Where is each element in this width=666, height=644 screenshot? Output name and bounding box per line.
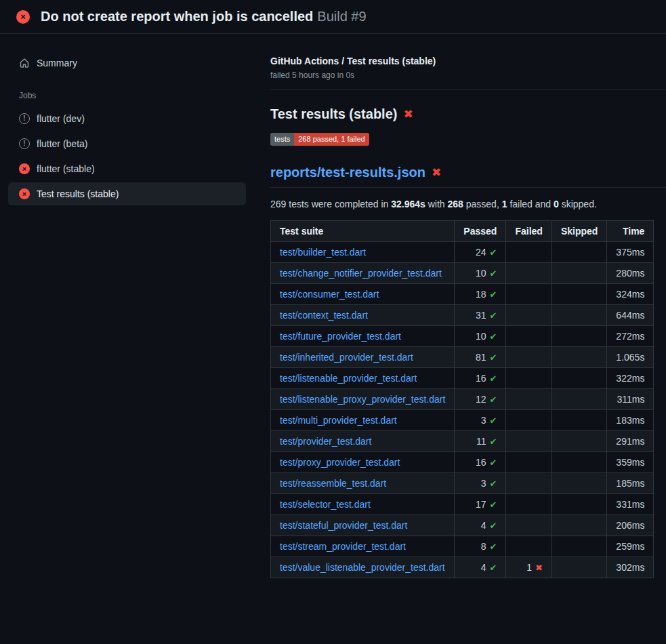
passed-cell: 31✔ xyxy=(455,305,506,326)
sidebar-item-test-results-stable[interactable]: ×Test results (stable) xyxy=(8,182,246,205)
col-header-passed: Passed xyxy=(455,221,506,242)
failed-cell xyxy=(506,494,551,515)
summary-suffix: skipped. xyxy=(559,199,597,209)
failed-cell xyxy=(506,410,551,431)
report-file-link[interactable]: reports/test-results.json xyxy=(270,165,425,180)
skipped-cell xyxy=(551,473,606,494)
table-row: test/provider_test.dart11✔291ms xyxy=(271,431,654,452)
job-label: flutter (beta) xyxy=(37,138,87,149)
skipped-cell xyxy=(551,368,606,389)
suite-cell: test/reassemble_test.dart xyxy=(271,473,455,494)
page-title: Do not create report when job is cancell… xyxy=(41,9,367,24)
time-cell: 375ms xyxy=(607,242,654,263)
skipped-cell xyxy=(551,515,606,536)
passed-cell: 10✔ xyxy=(455,263,506,284)
table-row: test/multi_provider_test.dart3✔183ms xyxy=(271,410,654,431)
sidebar: Summary Jobs !flutter (dev)!flutter (bet… xyxy=(0,34,254,224)
failed-cell xyxy=(506,431,551,452)
passed-cell: 4✔ xyxy=(455,557,506,578)
table-row: test/stateful_provider_test.dart4✔206ms xyxy=(271,515,654,536)
breadcrumb: GitHub Actions / Test results (stable) xyxy=(270,56,666,66)
summary-skipped-count: 0 xyxy=(554,199,559,209)
time-cell: 272ms xyxy=(607,326,654,347)
skipped-cell xyxy=(551,494,606,515)
table-row: test/future_provider_test.dart10✔272ms xyxy=(271,326,654,347)
suite-cell: test/proxy_provider_test.dart xyxy=(271,452,455,473)
check-icon: ✔ xyxy=(490,500,497,510)
sidebar-item-flutter-dev[interactable]: !flutter (dev) xyxy=(8,107,246,130)
check-icon: ✔ xyxy=(490,416,497,426)
table-row: test/listenable_provider_test.dart16✔322… xyxy=(271,368,654,389)
check-title-text: Test results (stable) xyxy=(270,106,397,122)
time-cell: 280ms xyxy=(607,263,654,284)
time-cell: 291ms xyxy=(607,431,654,452)
x-icon: ✖ xyxy=(535,563,543,573)
suite-cell: test/multi_provider_test.dart xyxy=(271,410,455,431)
failed-cell xyxy=(506,305,551,326)
suite-link[interactable]: test/proxy_provider_test.dart xyxy=(280,457,400,468)
suite-cell: test/context_test.dart xyxy=(271,305,455,326)
sidebar-item-flutter-beta[interactable]: !flutter (beta) xyxy=(8,132,246,155)
passed-cell: 16✔ xyxy=(455,452,506,473)
suite-link[interactable]: test/stream_provider_test.dart xyxy=(280,541,406,552)
failed-cell xyxy=(506,242,551,263)
skipped-cell xyxy=(551,452,606,473)
sidebar-item-summary[interactable]: Summary xyxy=(8,52,246,75)
skipped-cell xyxy=(551,536,606,557)
time-cell: 311ms xyxy=(607,389,654,410)
check-icon: ✔ xyxy=(490,479,497,489)
table-row: test/selector_test.dart17✔331ms xyxy=(271,494,654,515)
table-row: test/change_notifier_provider_test.dart1… xyxy=(271,263,654,284)
check-icon: ✔ xyxy=(490,563,497,573)
passed-cell: 3✔ xyxy=(455,473,506,494)
check-icon: ✔ xyxy=(490,521,497,531)
suite-link[interactable]: test/builder_test.dart xyxy=(280,247,366,258)
table-row: test/value_listenable_provider_test.dart… xyxy=(271,557,654,578)
suite-link[interactable]: test/selector_test.dart xyxy=(280,499,371,510)
suite-link[interactable]: test/value_listenable_provider_test.dart xyxy=(280,562,445,573)
time-cell: 1.065s xyxy=(607,347,654,368)
summary-mid3: failed and xyxy=(507,199,554,209)
skipped-cell xyxy=(551,263,606,284)
check-icon: ✔ xyxy=(490,542,497,552)
summary-label: Summary xyxy=(37,58,77,68)
suite-link[interactable]: test/reassemble_test.dart xyxy=(280,478,386,489)
sidebar-item-flutter-stable[interactable]: ×flutter (stable) xyxy=(8,157,246,180)
check-icon: ✔ xyxy=(490,458,497,468)
check-title: Test results (stable) ✖ xyxy=(270,106,666,122)
check-icon: ✔ xyxy=(490,268,497,279)
suite-link[interactable]: test/change_notifier_provider_test.dart xyxy=(280,268,442,279)
summary-line: 269 tests were completed in 32.964s with… xyxy=(270,199,654,209)
suite-link[interactable]: test/inherited_provider_test.dart xyxy=(280,352,413,363)
divider xyxy=(270,89,666,90)
skipped-cell xyxy=(551,326,606,347)
suite-link[interactable]: test/future_provider_test.dart xyxy=(280,331,401,342)
summary-failed-count: 1 xyxy=(502,199,507,209)
failed-x-icon: ✖ xyxy=(432,165,441,180)
table-header-row: Test suitePassedFailedSkippedTime xyxy=(271,221,654,242)
table-row: test/builder_test.dart24✔375ms xyxy=(271,242,654,263)
suite-link[interactable]: test/consumer_test.dart xyxy=(280,289,379,300)
suite-link[interactable]: test/provider_test.dart xyxy=(280,436,371,447)
suite-link[interactable]: test/listenable_proxy_provider_test.dart xyxy=(280,394,445,405)
check-suite-title: Do not create report when job is cancell… xyxy=(41,9,313,24)
test-results-table: Test suitePassedFailedSkippedTime test/b… xyxy=(270,220,654,578)
suite-link[interactable]: test/listenable_provider_test.dart xyxy=(280,373,417,384)
passed-cell: 81✔ xyxy=(455,347,506,368)
check-icon: ✔ xyxy=(490,395,497,405)
check-icon: ✔ xyxy=(490,331,497,342)
passed-cell: 17✔ xyxy=(455,494,506,515)
failed-cell xyxy=(506,452,551,473)
suite-link[interactable]: test/stateful_provider_test.dart xyxy=(280,520,407,531)
failed-cell: 1✖ xyxy=(506,557,551,578)
suite-link[interactable]: test/context_test.dart xyxy=(280,310,368,321)
suite-link[interactable]: test/multi_provider_test.dart xyxy=(280,415,397,426)
skipped-cell xyxy=(551,557,606,578)
time-cell: 259ms xyxy=(607,536,654,557)
time-cell: 183ms xyxy=(607,410,654,431)
col-header-time: Time xyxy=(607,221,654,242)
build-number: Build #9 xyxy=(317,9,366,24)
passed-cell: 11✔ xyxy=(455,431,506,452)
table-row: test/reassemble_test.dart3✔185ms xyxy=(271,473,654,494)
alert-circle-icon: ! xyxy=(19,138,30,149)
